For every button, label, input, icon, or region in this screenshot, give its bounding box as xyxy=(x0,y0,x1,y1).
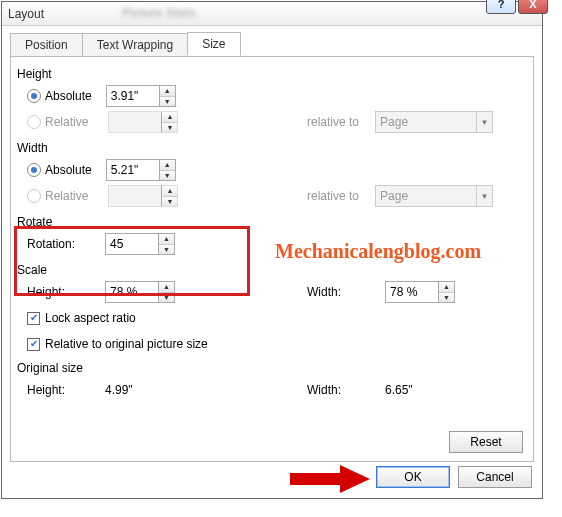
client-area: Position Text Wrapping Size Height Absol… xyxy=(2,26,542,470)
height-absolute-radio[interactable] xyxy=(27,89,41,103)
chevron-down-icon: ▼ xyxy=(476,186,492,206)
spin-down-icon: ▼ xyxy=(162,197,177,207)
spin-down-icon[interactable]: ▼ xyxy=(159,245,174,255)
blurred-caption: Picture Stats xyxy=(122,6,195,20)
width-relative-radio[interactable] xyxy=(27,189,41,203)
relative-original-checkbox[interactable] xyxy=(27,338,40,351)
chevron-down-icon: ▼ xyxy=(476,112,492,132)
rotation-label: Rotation: xyxy=(27,237,85,251)
size-pane: Height Absolute ▲▼ Relative ▲▼ xyxy=(10,57,534,462)
scale-width-spinner[interactable]: ▲▼ xyxy=(385,281,455,303)
ok-button[interactable]: OK xyxy=(376,466,450,488)
width-absolute-spinner[interactable]: ▲▼ xyxy=(106,159,176,181)
width-relativeto-value xyxy=(376,186,476,206)
height-absolute-input[interactable] xyxy=(107,86,159,106)
spin-down-icon[interactable]: ▼ xyxy=(159,293,174,303)
width-relative-input xyxy=(109,186,161,206)
tab-size[interactable]: Size xyxy=(187,32,240,56)
spin-down-icon: ▼ xyxy=(162,123,177,133)
lock-aspect-checkbox[interactable] xyxy=(27,312,40,325)
width-relativeto-label: relative to xyxy=(307,189,365,203)
height-group-title: Height xyxy=(17,67,523,81)
reset-button[interactable]: Reset xyxy=(449,431,523,453)
width-relative-label: Relative xyxy=(45,189,94,203)
height-relativeto-label: relative to xyxy=(307,115,365,129)
close-button[interactable]: X xyxy=(518,0,548,14)
scale-group-title: Scale xyxy=(17,263,523,277)
original-group-title: Original size xyxy=(17,361,523,375)
width-absolute-radio[interactable] xyxy=(27,163,41,177)
width-absolute-label: Absolute xyxy=(45,163,98,177)
original-width-value: 6.65" xyxy=(385,383,419,397)
height-absolute-spinner[interactable]: ▲▼ xyxy=(106,85,176,107)
layout-dialog: Layout Picture Stats ? X Position Text W… xyxy=(1,1,543,499)
relative-original-label: Relative to original picture size xyxy=(45,337,214,351)
scale-width-input[interactable] xyxy=(386,282,438,302)
cancel-button[interactable]: Cancel xyxy=(458,466,532,488)
spin-up-icon: ▲ xyxy=(162,186,177,197)
width-relative-spinner: ▲▼ xyxy=(108,185,178,207)
rotation-spinner[interactable]: ▲▼ xyxy=(105,233,175,255)
tab-position[interactable]: Position xyxy=(10,33,83,56)
original-height-value: 4.99" xyxy=(105,383,139,397)
lock-aspect-label: Lock aspect ratio xyxy=(45,311,142,325)
height-absolute-label: Absolute xyxy=(45,89,98,103)
height-relative-label: Relative xyxy=(45,115,94,129)
scale-width-label: Width: xyxy=(307,285,365,299)
tabstrip: Position Text Wrapping Size xyxy=(10,32,534,57)
scale-height-input[interactable] xyxy=(106,282,158,302)
spin-up-icon[interactable]: ▲ xyxy=(160,86,175,97)
spin-up-icon[interactable]: ▲ xyxy=(159,234,174,245)
height-relative-radio[interactable] xyxy=(27,115,41,129)
height-relativeto-combo: ▼ xyxy=(375,111,493,133)
spin-down-icon[interactable]: ▼ xyxy=(160,97,175,107)
height-relativeto-value xyxy=(376,112,476,132)
original-height-label: Height: xyxy=(27,383,85,397)
spin-up-icon[interactable]: ▲ xyxy=(160,160,175,171)
rotation-input[interactable] xyxy=(106,234,158,254)
height-relative-input xyxy=(109,112,161,132)
width-relativeto-combo: ▼ xyxy=(375,185,493,207)
window-title: Layout xyxy=(8,7,44,21)
scale-height-label: Height: xyxy=(27,285,85,299)
spin-up-icon[interactable]: ▲ xyxy=(159,282,174,293)
spin-down-icon[interactable]: ▼ xyxy=(160,171,175,181)
rotate-group-title: Rotate xyxy=(17,215,523,229)
height-relative-spinner: ▲▼ xyxy=(108,111,178,133)
titlebar: Layout Picture Stats ? X xyxy=(2,2,542,26)
original-width-label: Width: xyxy=(307,383,365,397)
spin-up-icon: ▲ xyxy=(162,112,177,123)
width-absolute-input[interactable] xyxy=(107,160,159,180)
help-button[interactable]: ? xyxy=(486,0,516,14)
width-group-title: Width xyxy=(17,141,523,155)
spin-down-icon[interactable]: ▼ xyxy=(439,293,454,303)
tab-text-wrapping[interactable]: Text Wrapping xyxy=(82,33,188,56)
scale-height-spinner[interactable]: ▲▼ xyxy=(105,281,175,303)
spin-up-icon[interactable]: ▲ xyxy=(439,282,454,293)
